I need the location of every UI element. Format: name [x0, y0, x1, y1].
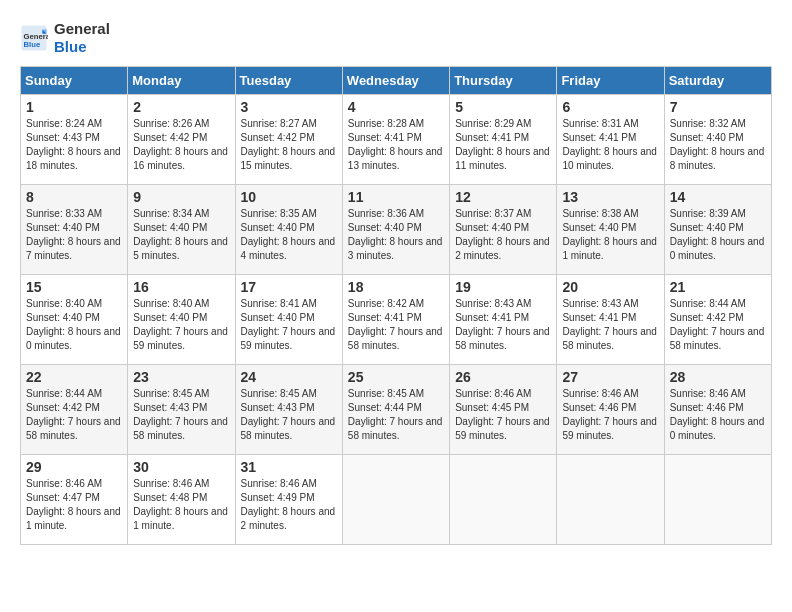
day-info: Sunrise: 8:44 AMSunset: 4:42 PMDaylight:… [670, 297, 766, 353]
calendar-cell: 24Sunrise: 8:45 AMSunset: 4:43 PMDayligh… [235, 365, 342, 455]
header-row: SundayMondayTuesdayWednesdayThursdayFrid… [21, 67, 772, 95]
day-number: 31 [241, 459, 337, 475]
day-number: 20 [562, 279, 658, 295]
day-info: Sunrise: 8:24 AMSunset: 4:43 PMDaylight:… [26, 117, 122, 173]
day-number: 23 [133, 369, 229, 385]
day-info: Sunrise: 8:38 AMSunset: 4:40 PMDaylight:… [562, 207, 658, 263]
calendar-cell [450, 455, 557, 545]
week-row-1: 1Sunrise: 8:24 AMSunset: 4:43 PMDaylight… [21, 95, 772, 185]
calendar-cell: 8Sunrise: 8:33 AMSunset: 4:40 PMDaylight… [21, 185, 128, 275]
calendar-cell: 15Sunrise: 8:40 AMSunset: 4:40 PMDayligh… [21, 275, 128, 365]
day-number: 1 [26, 99, 122, 115]
calendar-cell: 22Sunrise: 8:44 AMSunset: 4:42 PMDayligh… [21, 365, 128, 455]
day-info: Sunrise: 8:45 AMSunset: 4:43 PMDaylight:… [133, 387, 229, 443]
day-number: 22 [26, 369, 122, 385]
day-info: Sunrise: 8:45 AMSunset: 4:43 PMDaylight:… [241, 387, 337, 443]
day-header-monday: Monday [128, 67, 235, 95]
calendar-cell: 27Sunrise: 8:46 AMSunset: 4:46 PMDayligh… [557, 365, 664, 455]
page-header: General Blue GeneralBlue [20, 20, 772, 56]
day-number: 24 [241, 369, 337, 385]
calendar-cell: 25Sunrise: 8:45 AMSunset: 4:44 PMDayligh… [342, 365, 449, 455]
calendar-table: SundayMondayTuesdayWednesdayThursdayFrid… [20, 66, 772, 545]
logo-text: GeneralBlue [54, 20, 110, 56]
calendar-cell: 13Sunrise: 8:38 AMSunset: 4:40 PMDayligh… [557, 185, 664, 275]
calendar-cell: 29Sunrise: 8:46 AMSunset: 4:47 PMDayligh… [21, 455, 128, 545]
calendar-cell: 30Sunrise: 8:46 AMSunset: 4:48 PMDayligh… [128, 455, 235, 545]
day-number: 25 [348, 369, 444, 385]
svg-text:Blue: Blue [24, 40, 41, 49]
calendar-cell: 7Sunrise: 8:32 AMSunset: 4:40 PMDaylight… [664, 95, 771, 185]
day-header-thursday: Thursday [450, 67, 557, 95]
day-number: 17 [241, 279, 337, 295]
day-info: Sunrise: 8:46 AMSunset: 4:45 PMDaylight:… [455, 387, 551, 443]
calendar-cell: 10Sunrise: 8:35 AMSunset: 4:40 PMDayligh… [235, 185, 342, 275]
calendar-cell: 16Sunrise: 8:40 AMSunset: 4:40 PMDayligh… [128, 275, 235, 365]
day-info: Sunrise: 8:27 AMSunset: 4:42 PMDaylight:… [241, 117, 337, 173]
day-info: Sunrise: 8:46 AMSunset: 4:46 PMDaylight:… [562, 387, 658, 443]
calendar-cell [342, 455, 449, 545]
day-info: Sunrise: 8:29 AMSunset: 4:41 PMDaylight:… [455, 117, 551, 173]
day-info: Sunrise: 8:46 AMSunset: 4:46 PMDaylight:… [670, 387, 766, 443]
day-info: Sunrise: 8:46 AMSunset: 4:47 PMDaylight:… [26, 477, 122, 533]
calendar-cell: 14Sunrise: 8:39 AMSunset: 4:40 PMDayligh… [664, 185, 771, 275]
day-number: 27 [562, 369, 658, 385]
day-number: 2 [133, 99, 229, 115]
calendar-cell: 5Sunrise: 8:29 AMSunset: 4:41 PMDaylight… [450, 95, 557, 185]
day-number: 11 [348, 189, 444, 205]
week-row-3: 15Sunrise: 8:40 AMSunset: 4:40 PMDayligh… [21, 275, 772, 365]
week-row-4: 22Sunrise: 8:44 AMSunset: 4:42 PMDayligh… [21, 365, 772, 455]
day-number: 7 [670, 99, 766, 115]
day-info: Sunrise: 8:35 AMSunset: 4:40 PMDaylight:… [241, 207, 337, 263]
calendar-cell: 4Sunrise: 8:28 AMSunset: 4:41 PMDaylight… [342, 95, 449, 185]
day-header-tuesday: Tuesday [235, 67, 342, 95]
day-number: 14 [670, 189, 766, 205]
day-info: Sunrise: 8:37 AMSunset: 4:40 PMDaylight:… [455, 207, 551, 263]
day-info: Sunrise: 8:36 AMSunset: 4:40 PMDaylight:… [348, 207, 444, 263]
calendar-cell: 12Sunrise: 8:37 AMSunset: 4:40 PMDayligh… [450, 185, 557, 275]
week-row-2: 8Sunrise: 8:33 AMSunset: 4:40 PMDaylight… [21, 185, 772, 275]
calendar-cell: 31Sunrise: 8:46 AMSunset: 4:49 PMDayligh… [235, 455, 342, 545]
calendar-cell: 17Sunrise: 8:41 AMSunset: 4:40 PMDayligh… [235, 275, 342, 365]
day-number: 28 [670, 369, 766, 385]
day-info: Sunrise: 8:40 AMSunset: 4:40 PMDaylight:… [26, 297, 122, 353]
day-number: 30 [133, 459, 229, 475]
day-number: 4 [348, 99, 444, 115]
day-info: Sunrise: 8:31 AMSunset: 4:41 PMDaylight:… [562, 117, 658, 173]
calendar-cell: 21Sunrise: 8:44 AMSunset: 4:42 PMDayligh… [664, 275, 771, 365]
day-header-wednesday: Wednesday [342, 67, 449, 95]
calendar-cell: 23Sunrise: 8:45 AMSunset: 4:43 PMDayligh… [128, 365, 235, 455]
day-info: Sunrise: 8:46 AMSunset: 4:49 PMDaylight:… [241, 477, 337, 533]
calendar-cell [664, 455, 771, 545]
day-number: 13 [562, 189, 658, 205]
week-row-5: 29Sunrise: 8:46 AMSunset: 4:47 PMDayligh… [21, 455, 772, 545]
day-header-saturday: Saturday [664, 67, 771, 95]
day-number: 10 [241, 189, 337, 205]
day-number: 19 [455, 279, 551, 295]
calendar-cell: 9Sunrise: 8:34 AMSunset: 4:40 PMDaylight… [128, 185, 235, 275]
logo: General Blue GeneralBlue [20, 20, 110, 56]
day-number: 21 [670, 279, 766, 295]
calendar-cell: 1Sunrise: 8:24 AMSunset: 4:43 PMDaylight… [21, 95, 128, 185]
day-info: Sunrise: 8:34 AMSunset: 4:40 PMDaylight:… [133, 207, 229, 263]
day-info: Sunrise: 8:26 AMSunset: 4:42 PMDaylight:… [133, 117, 229, 173]
calendar-cell: 2Sunrise: 8:26 AMSunset: 4:42 PMDaylight… [128, 95, 235, 185]
calendar-cell: 3Sunrise: 8:27 AMSunset: 4:42 PMDaylight… [235, 95, 342, 185]
day-info: Sunrise: 8:46 AMSunset: 4:48 PMDaylight:… [133, 477, 229, 533]
day-number: 5 [455, 99, 551, 115]
calendar-cell: 19Sunrise: 8:43 AMSunset: 4:41 PMDayligh… [450, 275, 557, 365]
calendar-cell: 6Sunrise: 8:31 AMSunset: 4:41 PMDaylight… [557, 95, 664, 185]
day-info: Sunrise: 8:44 AMSunset: 4:42 PMDaylight:… [26, 387, 122, 443]
day-info: Sunrise: 8:40 AMSunset: 4:40 PMDaylight:… [133, 297, 229, 353]
day-info: Sunrise: 8:45 AMSunset: 4:44 PMDaylight:… [348, 387, 444, 443]
day-number: 29 [26, 459, 122, 475]
day-info: Sunrise: 8:32 AMSunset: 4:40 PMDaylight:… [670, 117, 766, 173]
logo-icon: General Blue [20, 24, 48, 52]
calendar-cell [557, 455, 664, 545]
day-header-sunday: Sunday [21, 67, 128, 95]
day-number: 15 [26, 279, 122, 295]
day-number: 8 [26, 189, 122, 205]
calendar-cell: 26Sunrise: 8:46 AMSunset: 4:45 PMDayligh… [450, 365, 557, 455]
day-number: 6 [562, 99, 658, 115]
calendar-cell: 11Sunrise: 8:36 AMSunset: 4:40 PMDayligh… [342, 185, 449, 275]
calendar-cell: 28Sunrise: 8:46 AMSunset: 4:46 PMDayligh… [664, 365, 771, 455]
